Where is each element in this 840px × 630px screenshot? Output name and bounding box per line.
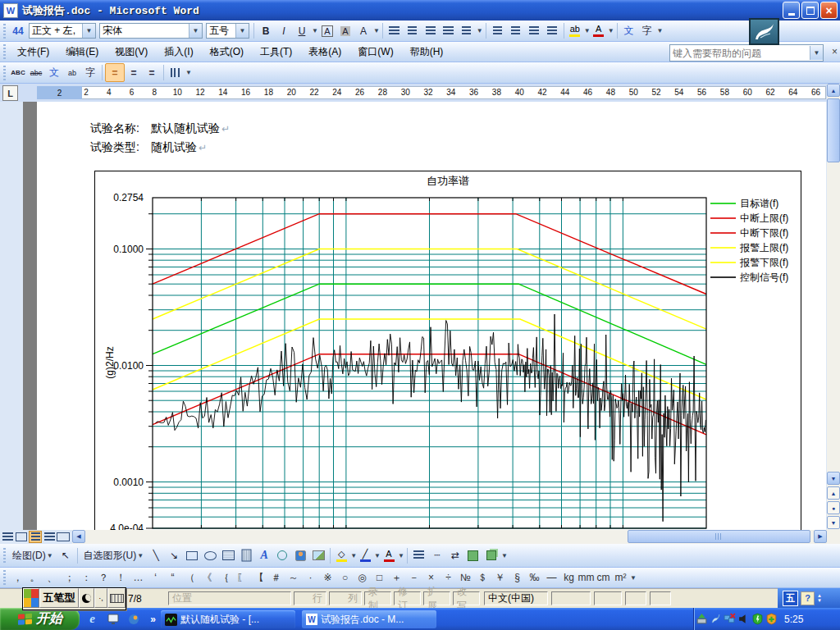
text-box-button[interactable] [219, 547, 237, 564]
symbol-button[interactable]: ＋ [388, 569, 405, 586]
chevron-down-icon[interactable]: ▼ [373, 27, 380, 34]
diagram-button[interactable] [273, 547, 291, 564]
symbol-button[interactable]: □ [371, 569, 388, 586]
three-d-style-button[interactable] [482, 547, 500, 564]
character-scale-button[interactable]: A [354, 22, 372, 39]
toolbar-grip[interactable] [3, 570, 6, 585]
line-style-button-2[interactable]: = [125, 64, 143, 81]
symbol-button[interactable]: ； [61, 569, 78, 586]
toolbar-options-icon[interactable]: ▼ [185, 69, 192, 76]
align-right-button[interactable] [422, 22, 440, 39]
extend-indicator[interactable]: 扩展 [423, 591, 450, 605]
chevron-down-icon[interactable]: ▼ [235, 24, 249, 38]
styles-button[interactable]: 44 [9, 22, 27, 39]
track-changes-indicator[interactable]: 修订 [394, 591, 421, 605]
dash-style-button[interactable]: ┄ [428, 547, 446, 564]
toolbar-options-icon[interactable]: ▼ [630, 574, 637, 582]
ruler-margin-area[interactable]: 2 [37, 86, 82, 99]
symbol-button[interactable]: № [457, 569, 474, 586]
band-options-icon[interactable]: ▲▼ [817, 593, 822, 603]
bold-button[interactable]: B [257, 22, 275, 39]
scroll-right-button[interactable]: ▶ [814, 530, 827, 543]
line-style-button[interactable] [410, 547, 428, 564]
align-justify-button[interactable] [386, 22, 404, 39]
symbol-button[interactable]: 〖 [233, 569, 250, 586]
line-spacing-button[interactable] [458, 22, 476, 39]
restore-button[interactable] [801, 2, 819, 19]
shield-green-icon[interactable] [751, 613, 764, 625]
symbol-button[interactable]: （ [181, 569, 199, 586]
symbol-button[interactable]: § [509, 569, 526, 586]
font-color-button[interactable]: A [591, 22, 607, 39]
bullet-list-button[interactable] [507, 22, 525, 39]
symbol-button[interactable]: m² [612, 569, 629, 586]
chevron-down-icon[interactable]: ▼ [350, 552, 357, 559]
oval-button[interactable] [201, 547, 219, 564]
vertical-text-box-button[interactable] [237, 547, 255, 564]
columns-button[interactable] [167, 64, 185, 81]
normal-view-button[interactable] [1, 531, 14, 543]
insert-picture-button[interactable] [309, 547, 327, 564]
language-band[interactable]: 五 ? ▲▼ [778, 588, 840, 608]
quick-launch-chevron[interactable]: » [146, 612, 160, 626]
symbol-button[interactable]: ￥ [491, 569, 509, 586]
symbol-button[interactable]: － [405, 569, 422, 586]
minimize-button[interactable] [783, 2, 800, 19]
italic-button[interactable]: I [275, 22, 293, 39]
clip-art-button[interactable] [291, 547, 309, 564]
symbol-button[interactable]: ‘ [147, 569, 164, 586]
safely-remove-icon[interactable] [696, 613, 708, 625]
symbol-button[interactable]: 。 [26, 569, 43, 586]
chevron-down-icon[interactable]: ▼ [312, 27, 318, 34]
quick-launch-desktop-icon[interactable] [106, 612, 120, 626]
symbol-button[interactable]: ○ [336, 569, 354, 586]
style-combo[interactable]: 正文 + 左,▼ [29, 23, 96, 39]
shield-orange-icon[interactable] [765, 613, 778, 625]
chevron-down-icon[interactable]: ▼ [374, 552, 381, 559]
next-page-button[interactable]: ▼ [827, 516, 840, 529]
symbol-button[interactable]: 【 [250, 569, 267, 586]
close-button[interactable]: × [820, 2, 838, 19]
close-icon[interactable]: × [832, 46, 838, 57]
symbol-button[interactable]: ， [9, 569, 26, 586]
previous-page-button[interactable]: ▲ [827, 486, 840, 500]
ime-help-icon[interactable]: ? [801, 591, 815, 605]
toolbar-options-icon[interactable]: ▼ [657, 27, 664, 34]
symbol-button[interactable]: cm [595, 569, 612, 586]
chevron-down-icon[interactable]: ▼ [477, 27, 483, 34]
chevron-down-icon[interactable]: ▼ [189, 24, 202, 38]
horizontal-scrollbar[interactable]: ◀ ▶ [72, 530, 827, 544]
underline-button[interactable]: U [293, 22, 311, 39]
symbol-button[interactable]: ： [78, 569, 95, 586]
ime-logo-icon[interactable] [23, 588, 39, 608]
symbol-button[interactable]: … [130, 569, 147, 586]
draw-menu-button[interactable]: 绘图(D)▼ [9, 547, 57, 564]
quick-launch-app-icon[interactable] [126, 612, 140, 626]
ime-punctuation-icon[interactable]: ·, [94, 588, 107, 608]
font-size-combo[interactable]: 五号▼ [206, 23, 249, 39]
menu-tools[interactable]: 工具(T) [252, 43, 300, 62]
reading-layout-button[interactable] [57, 531, 70, 543]
scroll-left-button[interactable]: ◀ [72, 530, 85, 543]
symbol-button[interactable]: — [543, 569, 560, 586]
strikethrough-button[interactable]: abc [27, 64, 45, 81]
network-offline-icon[interactable] [724, 613, 736, 625]
menu-help[interactable]: 帮助(H) [402, 43, 452, 62]
swan-tray-icon[interactable] [710, 613, 722, 625]
print-layout-button[interactable] [29, 531, 42, 543]
arrow-style-button[interactable]: ⇄ [446, 547, 464, 564]
character-border-button[interactable]: A [318, 22, 336, 39]
highlight-button[interactable]: ab [567, 22, 583, 39]
record-indicator[interactable]: 录制 [364, 591, 391, 605]
pinyin-button[interactable]: 文 [45, 64, 63, 81]
symbol-button[interactable]: ｛ [216, 569, 233, 586]
symbol-button[interactable]: × [422, 569, 440, 586]
line-style-button-1[interactable]: = [105, 63, 125, 82]
abcd-button[interactable]: ab [63, 64, 81, 81]
line-style-button-3[interactable]: = [143, 64, 161, 81]
symbol-button[interactable]: ？ [95, 569, 112, 586]
menu-table[interactable]: 表格(A) [300, 43, 349, 62]
chart-frame[interactable]: 0.27540.10000.01000.00104.0e-04自功率谱(g)2/… [94, 171, 801, 530]
chevron-down-icon[interactable]: ▼ [398, 552, 404, 559]
select-browse-object-button[interactable]: ● [827, 501, 840, 514]
